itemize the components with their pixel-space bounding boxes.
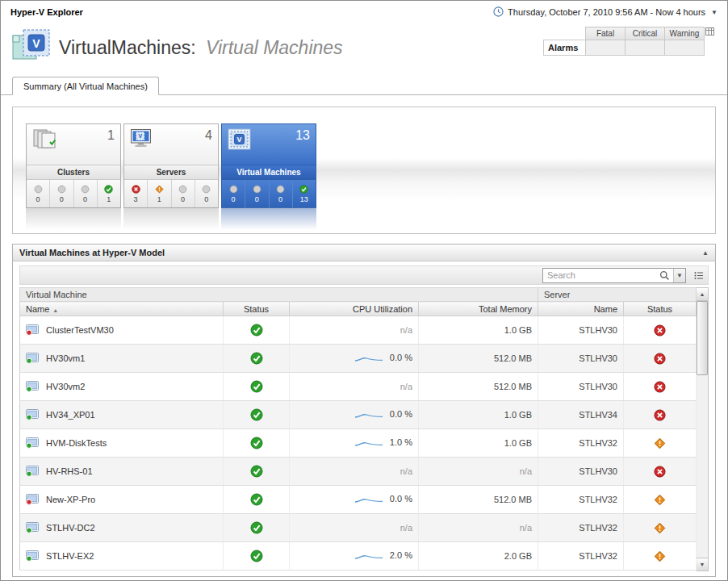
alarms-col-critical: Critical	[625, 27, 665, 40]
table-row[interactable]: HV-RHS-01 n/a n/a STLHV30	[20, 458, 697, 486]
search-input[interactable]	[543, 270, 655, 280]
server-name: STLHV30	[579, 353, 617, 363]
vm-icon	[26, 522, 41, 532]
server-status-icon	[654, 494, 666, 504]
status-count: 3	[134, 195, 138, 203]
vm-status-icon	[250, 324, 263, 334]
panel-title: Virtual Machines at Hyper-V Model	[19, 248, 165, 257]
tile-status-critical[interactable]: 1	[148, 180, 171, 207]
critical-icon	[253, 185, 261, 194]
column-header-cpu-utilization[interactable]: CPU Utilization	[290, 302, 419, 316]
memory-value: 512.0 MB	[494, 382, 532, 391]
warning-icon	[178, 185, 187, 194]
alarms-warning-count[interactable]	[665, 40, 705, 56]
tile-status-fatal[interactable]: 3	[124, 180, 148, 207]
tile-label: Servers	[124, 165, 218, 180]
status-count: 13	[300, 195, 308, 203]
memory-value: 2.0 GB	[504, 551, 532, 561]
table-row[interactable]: ClusterTestVM30 n/a 1.0 GB STLHV30	[20, 316, 697, 345]
vm-icon	[26, 381, 41, 391]
scrollbar-track[interactable]	[697, 301, 708, 558]
tile-servers[interactable]: V 4 Servers 3100	[123, 123, 219, 208]
server-status-icon	[654, 324, 666, 334]
vm-status-icon	[250, 437, 263, 447]
vm-icon	[26, 353, 41, 362]
vm-status-icon	[250, 381, 263, 391]
critical-icon	[155, 185, 164, 194]
tile-status-warning[interactable]: 0	[172, 180, 195, 207]
clock-icon	[493, 6, 504, 19]
server-status-icon	[654, 522, 666, 532]
warning-icon	[276, 185, 285, 194]
cpu-value: n/a	[400, 466, 412, 476]
collapse-panel-icon[interactable]: ▲	[702, 249, 709, 257]
search-icon[interactable]	[655, 269, 673, 282]
server-name: STLHV30	[579, 382, 617, 391]
server-name: STLHV32	[579, 438, 617, 448]
column-header-server-name[interactable]: Name	[538, 302, 624, 316]
cpu-value: 1.0 %	[390, 437, 412, 447]
time-range-label: Thursday, October 7, 2010 9:56 AM - Now …	[508, 7, 705, 17]
status-count: 1	[107, 195, 111, 203]
tile-status-fatal[interactable]: 0	[222, 180, 245, 207]
table-row[interactable]: HV30vm2 n/a 512.0 MB STLHV30	[20, 373, 697, 401]
vm-name: HV-RHS-01	[46, 466, 92, 476]
fatal-icon	[229, 185, 238, 194]
tile-status-critical[interactable]: 0	[50, 180, 73, 207]
vm-name: STLHV-EX2	[46, 551, 94, 561]
tile-clusters[interactable]: 1 Clusters 0001	[26, 123, 121, 208]
page-header: V VirtualMachines: Virtual Machines Fata…	[1, 23, 727, 75]
vm-status-icon	[250, 466, 263, 475]
tile-status-normal[interactable]: 0	[195, 180, 218, 207]
cpu-value: 0.0 %	[390, 353, 412, 362]
column-header-name[interactable]: Name▲	[20, 302, 224, 316]
search-options-chevron-icon[interactable]: ▼	[673, 269, 685, 282]
vm-status-icon	[250, 409, 263, 419]
server-status-icon	[654, 353, 666, 362]
fatal-icon	[34, 185, 43, 194]
alarms-critical-count[interactable]	[625, 40, 665, 56]
alarms-fatal-count[interactable]	[586, 40, 625, 56]
normal-icon	[202, 185, 211, 194]
vm-name: HVM-DiskTests	[46, 438, 107, 448]
tile-status-normal[interactable]: 13	[293, 180, 316, 207]
table-row[interactable]: STLHV-DC2 n/a n/a STLHV32	[20, 514, 697, 542]
search-box: ▼	[542, 268, 686, 283]
status-count: 0	[36, 195, 40, 203]
tab-summary-all-virtual-machines[interactable]: Summary (All Virtual Machines)	[12, 77, 159, 95]
vm-name: HV30vm1	[46, 353, 85, 363]
tile-status-fatal[interactable]: 0	[27, 180, 50, 207]
table-row[interactable]: STLHV-EX2 2.0 % 2.0 GB STLHV32	[20, 542, 697, 571]
hyperv-explorer-window: Hyper-V Explorer Thursday, October 7, 20…	[0, 0, 728, 581]
time-range-selector[interactable]: Thursday, October 7, 2010 9:56 AM - Now …	[493, 6, 718, 19]
tile-count: 4	[205, 128, 212, 143]
table-row[interactable]: HV30vm1 0.0 % 512.0 MB STLHV30	[20, 345, 697, 373]
vm-status-icon	[250, 353, 263, 362]
table-row[interactable]: HV34_XP01 0.0 % 1.0 GB STLHV34	[20, 401, 697, 429]
table-row[interactable]: New-XP-Pro 0.0 % 512.0 MB STLHV32	[20, 486, 697, 514]
tile-status-warning[interactable]: 0	[74, 180, 98, 207]
scrollbar-thumb[interactable]	[697, 301, 708, 375]
tile-status-warning[interactable]: 0	[270, 180, 293, 207]
critical-icon	[57, 185, 66, 194]
alarms-customizer-icon[interactable]	[705, 27, 716, 40]
column-header-server-status[interactable]: Status	[624, 302, 697, 316]
column-header-status[interactable]: Status	[224, 302, 290, 316]
tile-status-normal[interactable]: 1	[98, 180, 120, 207]
table-customizer-icon[interactable]	[694, 271, 704, 280]
vertical-scrollbar[interactable]: ▲ ▼	[697, 287, 709, 571]
table-row[interactable]: HVM-DiskTests 1.0 % 1.0 GB STLHV32	[20, 429, 697, 458]
column-header-total-memory[interactable]: Total Memory	[419, 302, 538, 316]
tile-virtual-machines[interactable]: V 13 Virtual Machines 00013	[221, 123, 316, 208]
vm-status-icon	[250, 522, 263, 532]
normal-icon	[104, 185, 113, 194]
server-status-icon	[654, 550, 666, 560]
server-name: STLHV32	[579, 495, 617, 504]
scroll-up-icon[interactable]: ▲	[697, 288, 708, 301]
tile-status-critical[interactable]: 0	[245, 180, 269, 207]
vm-icon	[26, 494, 41, 504]
vm-icon	[26, 437, 41, 447]
scroll-down-icon[interactable]: ▼	[697, 558, 708, 571]
svg-text:V: V	[32, 37, 40, 50]
server-name: STLHV32	[579, 551, 617, 561]
